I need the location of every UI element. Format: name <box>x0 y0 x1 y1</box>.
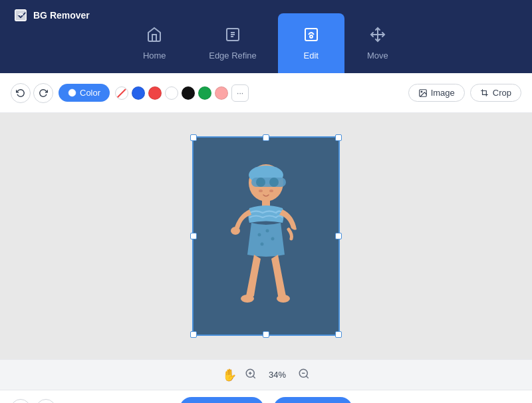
svg-point-3 <box>310 35 313 38</box>
image-canvas[interactable] <box>192 136 340 336</box>
svg-point-21 <box>241 295 254 303</box>
handle-bottom-mid[interactable] <box>263 331 269 338</box>
prev-button[interactable] <box>11 399 31 404</box>
footer-inner: New Image Download <box>0 397 532 404</box>
swatch-white[interactable] <box>165 86 178 100</box>
svg-point-17 <box>258 233 261 237</box>
tab-edge-refine-label: Edge Refine <box>209 51 257 61</box>
more-colors-button[interactable]: ··· <box>231 84 249 102</box>
svg-point-23 <box>231 227 240 235</box>
handle-top-right[interactable] <box>335 134 342 141</box>
svg-point-14 <box>259 190 263 192</box>
toolbar-right: Image Crop <box>408 84 521 102</box>
footer: New Image Download <box>0 390 532 403</box>
canvas-area <box>0 113 532 359</box>
zoom-out-button[interactable] <box>298 368 310 382</box>
swatch-red[interactable] <box>148 86 162 100</box>
handle-top-mid[interactable] <box>263 134 269 141</box>
swatch-green[interactable] <box>198 86 211 100</box>
hand-tool-icon[interactable]: ✋ <box>222 368 237 382</box>
tab-edit-label: Edit <box>304 51 319 61</box>
toolbar: Color ··· Image <box>0 73 532 113</box>
color-palette: ··· <box>115 84 249 102</box>
swatch-blue[interactable] <box>132 86 145 100</box>
svg-point-18 <box>266 229 269 233</box>
svg-point-13 <box>269 178 279 187</box>
new-image-button[interactable]: New Image <box>180 397 264 404</box>
tab-move[interactable]: Move <box>344 13 411 73</box>
color-button-label: Color <box>80 88 100 98</box>
crop-button-label: Crop <box>493 88 511 98</box>
logo: BG Remover <box>13 8 90 23</box>
image-button-label: Image <box>431 88 455 98</box>
download-button[interactable]: Download <box>273 397 352 404</box>
undo-redo-group <box>11 83 53 103</box>
zoom-bar: ✋ 34% <box>0 359 532 390</box>
toolbar-left: Color ··· <box>11 83 402 103</box>
svg-line-25 <box>253 376 255 378</box>
swatch-transparent[interactable] <box>115 86 128 100</box>
image-button[interactable]: Image <box>408 84 465 102</box>
zoom-percentage: 34% <box>265 370 290 380</box>
zoom-in-button[interactable] <box>245 368 257 382</box>
edit-icon <box>303 27 319 47</box>
tab-home[interactable]: Home <box>121 13 188 73</box>
svg-point-22 <box>277 295 290 303</box>
svg-point-8 <box>421 91 422 92</box>
svg-line-29 <box>306 376 308 378</box>
footer-nav-arrows <box>11 399 56 404</box>
undo-button[interactable] <box>11 83 31 103</box>
edge-refine-icon <box>225 27 241 47</box>
swatch-black[interactable] <box>182 86 195 100</box>
swatch-pink[interactable] <box>215 86 228 100</box>
handle-right-mid[interactable] <box>335 233 342 239</box>
tab-move-label: Move <box>367 51 388 61</box>
svg-point-20 <box>261 243 264 246</box>
more-icon: ··· <box>237 88 243 98</box>
handle-left-mid[interactable] <box>190 233 197 239</box>
redo-button[interactable] <box>33 83 53 103</box>
logo-icon <box>13 8 28 23</box>
color-button[interactable]: Color <box>59 84 110 102</box>
handle-top-left[interactable] <box>190 134 197 141</box>
handle-bottom-left[interactable] <box>190 331 197 338</box>
header: BG Remover Home Edge Refine <box>0 0 532 73</box>
home-icon <box>146 27 162 47</box>
tab-edge-refine[interactable]: Edge Refine <box>188 13 278 73</box>
svg-point-19 <box>271 237 275 241</box>
svg-point-12 <box>256 178 265 187</box>
tab-edit[interactable]: Edit <box>278 13 344 73</box>
handle-bottom-right[interactable] <box>335 331 342 338</box>
svg-point-15 <box>269 190 273 192</box>
child-figure <box>194 138 338 335</box>
next-button[interactable] <box>36 399 56 404</box>
move-icon <box>370 27 386 47</box>
crop-button[interactable]: Crop <box>470 84 521 102</box>
tab-home-label: Home <box>143 51 166 61</box>
app-title: BG Remover <box>33 10 90 21</box>
footer-actions: New Image Download <box>180 397 352 404</box>
